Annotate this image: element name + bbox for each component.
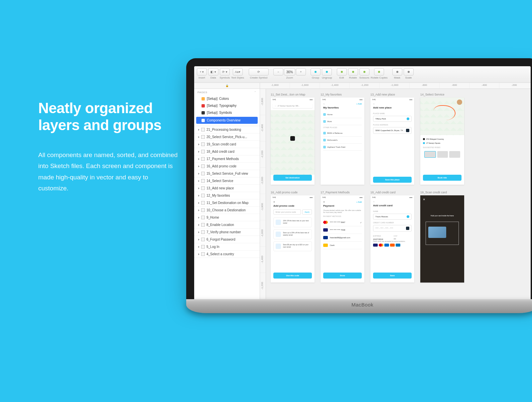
rotate-copies-button[interactable] [374,68,384,76]
disclosure-triangle-icon[interactable] [198,129,200,131]
disclosure-triangle-icon[interactable] [198,136,200,138]
layer-item[interactable]: 6_Forgot Password [194,236,260,243]
disclosure-triangle-icon[interactable] [198,246,200,248]
layer-name: 18_Add credit card [206,150,234,153]
disclosure-triangle-icon[interactable] [198,217,200,219]
scissors-button[interactable] [359,68,369,76]
artboard-title[interactable]: 14_Select Service [420,93,464,96]
disclosure-triangle-icon[interactable] [198,158,200,160]
layer-item[interactable]: 19_Scan credit card [194,141,260,148]
artboard-add-card[interactable]: 9:41●●● ← Add credit card Name Travis Re… [370,195,414,283]
mask-icon [396,71,398,73]
layer-item[interactable]: 4_Select a country [194,251,260,258]
artboard-title[interactable]: 16_Add promo code [271,191,315,194]
disclosure-triangle-icon[interactable] [198,173,200,175]
insert-button[interactable]: + ▾ [197,68,207,76]
canvas[interactable]: -2,600-2,400-2,200-2,000-1,800-1,600-1,4… [260,89,531,299]
group-button[interactable] [311,68,321,76]
symbols-button[interactable]: ⟳ ▾ [220,68,230,76]
ungroup-button[interactable] [322,68,332,76]
disclosure-triangle-icon[interactable] [198,253,200,255]
artboard-set-destination[interactable]: 9:41●●● ←27 Sawayn Square Apt. 585... Se… [271,98,315,185]
layer-item[interactable]: 14_Select Service [194,177,260,185]
layer-item[interactable]: 11_Set Destionation on Map [194,199,260,207]
artboard-select-service[interactable]: 876 Hildegard Crossing 27 Sawayn Square … [420,98,464,185]
zoom-value[interactable]: 36% [284,68,295,76]
group-label: Group [312,76,319,79]
disclosure-triangle-icon[interactable] [198,187,200,189]
artboard-scan-card[interactable]: ✕ Hold your card inside the frame [420,195,464,283]
disclosure-triangle-icon[interactable] [198,165,200,167]
layer-item[interactable]: 17_Payment Methods [194,155,260,163]
field-label: Credit card number [373,222,412,224]
artboard-promo-code[interactable]: 9:41●●● ✕ Add promo code Enter your prom… [271,195,315,283]
artboard-title[interactable]: 19_Scan credit card [420,191,464,194]
zoom-out-button[interactable]: − [273,68,283,76]
promo-icon [276,220,281,225]
data-button[interactable]: ◧ ▾ [208,68,218,76]
disclosure-triangle-icon[interactable] [198,143,200,145]
disclosure-triangle-icon[interactable] [198,209,200,211]
disclosure-triangle-icon[interactable] [198,224,200,226]
macbook-brand: MacBook [351,302,373,307]
artboard-title[interactable]: 12_My favorites [321,93,364,96]
ruler-horizontal: 🔒 -1,800-1,600-1,400-1,200-1,000-800-600… [194,83,531,89]
discover-icon [390,244,395,247]
layer-item[interactable]: 9_Home [194,214,260,221]
disclosure-triangle-icon[interactable] [198,195,200,197]
layer-item[interactable]: 18_Add credit card [194,148,260,155]
list-item: Home [323,111,362,118]
textstyles-button[interactable]: Aa ▾ [233,68,243,76]
artboard-title[interactable]: 17_Payment Methods [321,191,364,194]
layer-item[interactable]: 8_Enable Location [194,221,260,229]
artboard-payment[interactable]: 9:41●●● ✕+ Add Payment Choose desired ve… [321,195,364,283]
edit-button[interactable] [337,68,347,76]
disclosure-triangle-icon[interactable] [198,202,200,204]
create-symbol-button[interactable]: ⟳ [249,68,269,76]
disclosure-triangle-icon[interactable] [198,239,200,241]
mask-label: Mask [394,76,400,79]
disclosure-triangle-icon[interactable] [198,180,200,182]
visa-icon [373,244,378,247]
page-item[interactable]: [Setup]: Typography [194,102,260,109]
page-item[interactable]: [Setup]: Symbols [194,109,260,116]
disclosure-triangle-icon[interactable] [198,231,200,233]
mask-button[interactable] [392,68,402,76]
layer-item[interactable]: 7_Verify phone number [194,229,260,236]
artboard-title[interactable]: 18_Add credit card [370,191,414,194]
artboard-add-place[interactable]: 9:41●●● ← Add new place Place name Tiffa… [370,98,414,185]
lock-icon[interactable]: 🔒 [225,84,229,87]
disclosure-triangle-icon[interactable] [198,151,200,153]
zoom-in-button[interactable]: + [296,68,306,76]
scale-button[interactable] [404,68,414,76]
artboard-icon [201,164,205,168]
layer-item[interactable]: 12_My favorites [194,192,260,199]
layer-item[interactable]: 10_Choose a Destionation [194,207,260,214]
layer-item[interactable]: 16_Add promo code [194,163,260,170]
page-item[interactable]: [Setup]: Colors [194,95,260,102]
field-label: CVV [394,235,412,237]
artboard-title[interactable]: 13_Add new place [370,93,414,96]
artboard-icon [201,216,205,219]
screen-title: Add promo code [271,204,315,209]
scan-icon [406,227,409,230]
artboard-title[interactable]: 11_Set Dest...tion on Map [271,93,315,96]
layer-item[interactable]: 21_Processing booking [194,126,260,133]
artboard-icon [201,223,205,227]
page-components-overview[interactable]: Components Overview [196,117,258,124]
layer-item[interactable]: 15_Select Service_Full view [194,170,260,177]
artboard-icon [201,135,205,139]
artboard-icon [201,230,205,234]
layer-item[interactable]: 20_Select Service_Pick-u... [194,133,260,141]
layer-item[interactable]: 13_Add new place [194,185,260,192]
rotate-button[interactable] [348,68,358,76]
artboard-icon [201,142,205,146]
map-view [420,98,464,135]
data-label: Data [210,76,216,79]
pages-collapse-icon[interactable]: ⌃ [254,91,257,94]
artboard-favorites[interactable]: 9:41●●● ←+ Add My favorites Home Work OT… [321,98,364,185]
layer-item[interactable]: 5_Log In [194,243,260,251]
close-icon: ✕ [273,201,275,203]
rotate-copies-icon [378,71,380,73]
artboard-icon [201,245,205,249]
